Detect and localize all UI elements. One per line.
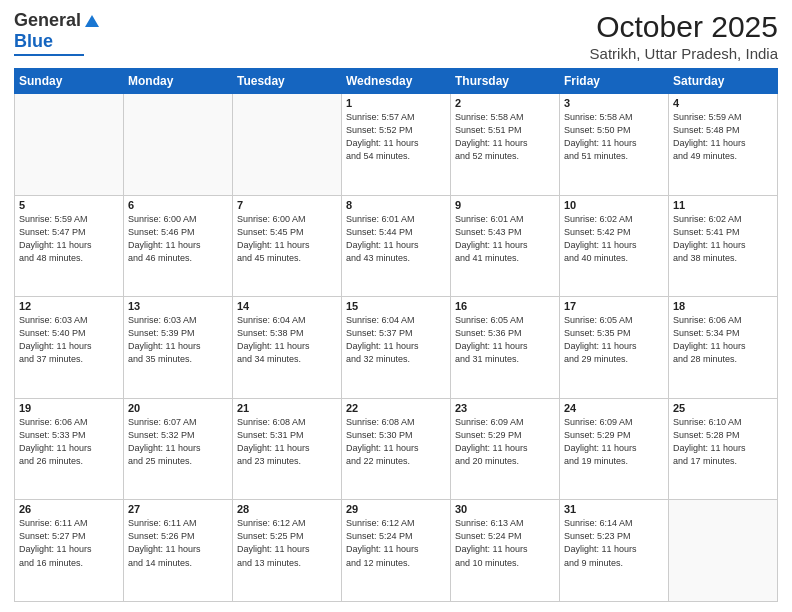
day-number: 19	[19, 402, 119, 414]
calendar-cell: 7Sunrise: 6:00 AM Sunset: 5:45 PM Daylig…	[233, 195, 342, 297]
day-number: 21	[237, 402, 337, 414]
day-info: Sunrise: 6:13 AM Sunset: 5:24 PM Dayligh…	[455, 517, 555, 569]
calendar-cell: 3Sunrise: 5:58 AM Sunset: 5:50 PM Daylig…	[560, 94, 669, 196]
day-number: 12	[19, 300, 119, 312]
day-number: 4	[673, 97, 773, 109]
calendar-cell: 20Sunrise: 6:07 AM Sunset: 5:32 PM Dayli…	[124, 398, 233, 500]
calendar-cell	[15, 94, 124, 196]
calendar-header-row: Sunday Monday Tuesday Wednesday Thursday…	[15, 69, 778, 94]
day-number: 1	[346, 97, 446, 109]
day-number: 8	[346, 199, 446, 211]
calendar-cell: 17Sunrise: 6:05 AM Sunset: 5:35 PM Dayli…	[560, 297, 669, 399]
page: General Blue October 2025 Satrikh, Uttar…	[0, 0, 792, 612]
calendar-cell: 15Sunrise: 6:04 AM Sunset: 5:37 PM Dayli…	[342, 297, 451, 399]
calendar-cell: 13Sunrise: 6:03 AM Sunset: 5:39 PM Dayli…	[124, 297, 233, 399]
calendar-cell	[233, 94, 342, 196]
day-number: 28	[237, 503, 337, 515]
day-info: Sunrise: 6:03 AM Sunset: 5:40 PM Dayligh…	[19, 314, 119, 366]
day-number: 23	[455, 402, 555, 414]
calendar-cell: 26Sunrise: 6:11 AM Sunset: 5:27 PM Dayli…	[15, 500, 124, 602]
day-number: 9	[455, 199, 555, 211]
day-number: 3	[564, 97, 664, 109]
calendar-cell: 12Sunrise: 6:03 AM Sunset: 5:40 PM Dayli…	[15, 297, 124, 399]
day-info: Sunrise: 6:06 AM Sunset: 5:33 PM Dayligh…	[19, 416, 119, 468]
day-info: Sunrise: 5:58 AM Sunset: 5:51 PM Dayligh…	[455, 111, 555, 163]
day-number: 10	[564, 199, 664, 211]
day-number: 24	[564, 402, 664, 414]
day-info: Sunrise: 6:09 AM Sunset: 5:29 PM Dayligh…	[455, 416, 555, 468]
day-number: 26	[19, 503, 119, 515]
day-info: Sunrise: 6:00 AM Sunset: 5:45 PM Dayligh…	[237, 213, 337, 265]
day-info: Sunrise: 6:06 AM Sunset: 5:34 PM Dayligh…	[673, 314, 773, 366]
day-number: 15	[346, 300, 446, 312]
day-info: Sunrise: 6:00 AM Sunset: 5:46 PM Dayligh…	[128, 213, 228, 265]
calendar-cell: 22Sunrise: 6:08 AM Sunset: 5:30 PM Dayli…	[342, 398, 451, 500]
col-monday: Monday	[124, 69, 233, 94]
calendar-cell: 6Sunrise: 6:00 AM Sunset: 5:46 PM Daylig…	[124, 195, 233, 297]
calendar-cell: 16Sunrise: 6:05 AM Sunset: 5:36 PM Dayli…	[451, 297, 560, 399]
day-info: Sunrise: 5:58 AM Sunset: 5:50 PM Dayligh…	[564, 111, 664, 163]
day-info: Sunrise: 6:10 AM Sunset: 5:28 PM Dayligh…	[673, 416, 773, 468]
day-info: Sunrise: 6:01 AM Sunset: 5:43 PM Dayligh…	[455, 213, 555, 265]
calendar-cell: 24Sunrise: 6:09 AM Sunset: 5:29 PM Dayli…	[560, 398, 669, 500]
day-info: Sunrise: 5:59 AM Sunset: 5:48 PM Dayligh…	[673, 111, 773, 163]
day-info: Sunrise: 6:09 AM Sunset: 5:29 PM Dayligh…	[564, 416, 664, 468]
day-number: 17	[564, 300, 664, 312]
day-info: Sunrise: 6:12 AM Sunset: 5:25 PM Dayligh…	[237, 517, 337, 569]
day-info: Sunrise: 5:59 AM Sunset: 5:47 PM Dayligh…	[19, 213, 119, 265]
day-number: 7	[237, 199, 337, 211]
week-row-3: 19Sunrise: 6:06 AM Sunset: 5:33 PM Dayli…	[15, 398, 778, 500]
day-number: 25	[673, 402, 773, 414]
week-row-1: 5Sunrise: 5:59 AM Sunset: 5:47 PM Daylig…	[15, 195, 778, 297]
day-info: Sunrise: 6:04 AM Sunset: 5:38 PM Dayligh…	[237, 314, 337, 366]
day-info: Sunrise: 5:57 AM Sunset: 5:52 PM Dayligh…	[346, 111, 446, 163]
col-sunday: Sunday	[15, 69, 124, 94]
title-section: October 2025 Satrikh, Uttar Pradesh, Ind…	[590, 10, 778, 62]
month-title: October 2025	[590, 10, 778, 44]
calendar-cell: 9Sunrise: 6:01 AM Sunset: 5:43 PM Daylig…	[451, 195, 560, 297]
logo-underline	[14, 54, 84, 56]
calendar-cell	[124, 94, 233, 196]
day-info: Sunrise: 6:01 AM Sunset: 5:44 PM Dayligh…	[346, 213, 446, 265]
day-info: Sunrise: 6:03 AM Sunset: 5:39 PM Dayligh…	[128, 314, 228, 366]
logo-triangle-icon	[85, 15, 99, 27]
day-info: Sunrise: 6:08 AM Sunset: 5:31 PM Dayligh…	[237, 416, 337, 468]
calendar-cell: 29Sunrise: 6:12 AM Sunset: 5:24 PM Dayli…	[342, 500, 451, 602]
day-info: Sunrise: 6:05 AM Sunset: 5:36 PM Dayligh…	[455, 314, 555, 366]
day-info: Sunrise: 6:08 AM Sunset: 5:30 PM Dayligh…	[346, 416, 446, 468]
calendar-table: Sunday Monday Tuesday Wednesday Thursday…	[14, 68, 778, 602]
day-number: 2	[455, 97, 555, 109]
col-wednesday: Wednesday	[342, 69, 451, 94]
day-number: 6	[128, 199, 228, 211]
day-info: Sunrise: 6:07 AM Sunset: 5:32 PM Dayligh…	[128, 416, 228, 468]
calendar-cell: 23Sunrise: 6:09 AM Sunset: 5:29 PM Dayli…	[451, 398, 560, 500]
col-tuesday: Tuesday	[233, 69, 342, 94]
day-number: 16	[455, 300, 555, 312]
day-info: Sunrise: 6:11 AM Sunset: 5:26 PM Dayligh…	[128, 517, 228, 569]
calendar-cell: 4Sunrise: 5:59 AM Sunset: 5:48 PM Daylig…	[669, 94, 778, 196]
day-number: 20	[128, 402, 228, 414]
calendar-cell: 14Sunrise: 6:04 AM Sunset: 5:38 PM Dayli…	[233, 297, 342, 399]
calendar-cell: 5Sunrise: 5:59 AM Sunset: 5:47 PM Daylig…	[15, 195, 124, 297]
week-row-0: 1Sunrise: 5:57 AM Sunset: 5:52 PM Daylig…	[15, 94, 778, 196]
day-number: 14	[237, 300, 337, 312]
day-info: Sunrise: 6:02 AM Sunset: 5:42 PM Dayligh…	[564, 213, 664, 265]
day-number: 30	[455, 503, 555, 515]
day-number: 22	[346, 402, 446, 414]
calendar-cell: 18Sunrise: 6:06 AM Sunset: 5:34 PM Dayli…	[669, 297, 778, 399]
week-row-2: 12Sunrise: 6:03 AM Sunset: 5:40 PM Dayli…	[15, 297, 778, 399]
calendar-cell: 1Sunrise: 5:57 AM Sunset: 5:52 PM Daylig…	[342, 94, 451, 196]
calendar-cell: 28Sunrise: 6:12 AM Sunset: 5:25 PM Dayli…	[233, 500, 342, 602]
day-info: Sunrise: 6:12 AM Sunset: 5:24 PM Dayligh…	[346, 517, 446, 569]
calendar-cell: 2Sunrise: 5:58 AM Sunset: 5:51 PM Daylig…	[451, 94, 560, 196]
day-info: Sunrise: 6:02 AM Sunset: 5:41 PM Dayligh…	[673, 213, 773, 265]
col-thursday: Thursday	[451, 69, 560, 94]
day-number: 13	[128, 300, 228, 312]
week-row-4: 26Sunrise: 6:11 AM Sunset: 5:27 PM Dayli…	[15, 500, 778, 602]
logo: General Blue	[14, 10, 99, 56]
calendar-cell: 21Sunrise: 6:08 AM Sunset: 5:31 PM Dayli…	[233, 398, 342, 500]
calendar-cell: 11Sunrise: 6:02 AM Sunset: 5:41 PM Dayli…	[669, 195, 778, 297]
location-title: Satrikh, Uttar Pradesh, India	[590, 45, 778, 62]
logo-blue: Blue	[14, 31, 53, 52]
header: General Blue October 2025 Satrikh, Uttar…	[14, 10, 778, 62]
